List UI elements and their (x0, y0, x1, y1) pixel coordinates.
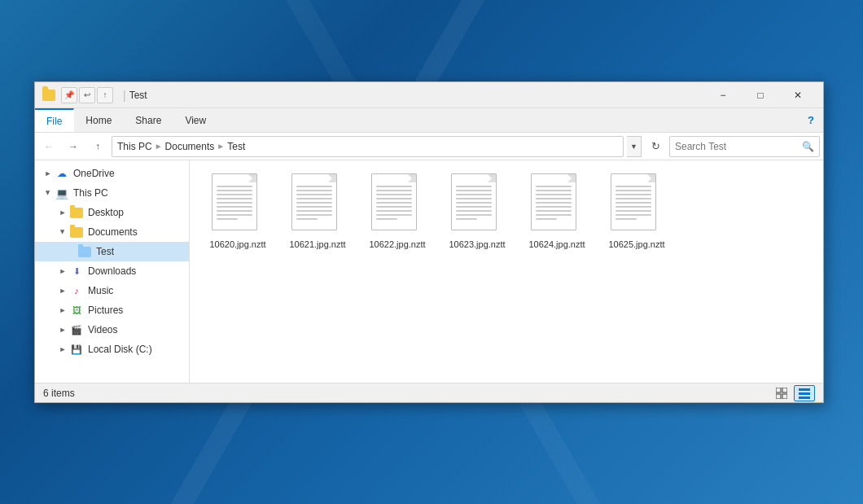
arrow-local-disk: ► (56, 343, 69, 356)
arrow-test (71, 245, 77, 258)
search-icon[interactable]: 🔍 (802, 141, 814, 152)
path-this-pc[interactable]: This PC (117, 141, 152, 152)
view-grid-button[interactable] (771, 385, 792, 401)
sidebar-item-documents[interactable]: ► Documents (35, 222, 189, 242)
sidebar-item-this-pc[interactable]: ► 💻 This PC (35, 183, 189, 203)
tab-home[interactable]: Home (74, 108, 124, 132)
item-count: 6 items (43, 388, 771, 399)
file-item[interactable]: 10622.jpg.nztt (361, 169, 434, 255)
pin-button[interactable]: 📌 (61, 87, 77, 103)
sidebar-item-desktop[interactable]: ► Desktop (35, 203, 189, 222)
up-button[interactable]: ↑ (97, 87, 113, 103)
folder-documents-icon (69, 226, 84, 239)
title-bar: 📌 ↩ ↑ | Test − □ ✕ (35, 82, 823, 108)
title-bar-controls-left: 📌 ↩ ↑ (61, 87, 113, 103)
disk-icon: 💾 (69, 343, 84, 356)
path-documents[interactable]: Documents (165, 141, 215, 152)
folder-music-icon: ♪ (69, 284, 84, 297)
folder-videos-icon: 🎬 (69, 323, 84, 336)
arrow-documents: ► (56, 226, 69, 239)
sidebar-label-pictures: Pictures (88, 305, 123, 316)
sidebar: ► ☁ OneDrive ► 💻 This PC ► Desktop ► Doc… (35, 160, 190, 383)
title-bar-icon (42, 88, 56, 103)
sidebar-item-onedrive[interactable]: ► ☁ OneDrive (35, 164, 189, 183)
svg-rect-3 (782, 394, 787, 399)
path-arrow-2: ► (217, 142, 225, 151)
sidebar-label-local-disk: Local Disk (C:) (88, 344, 152, 355)
sidebar-item-downloads[interactable]: ► ⬇ Downloads (35, 261, 189, 281)
folder-downloads-icon: ⬇ (69, 265, 84, 278)
view-list-button[interactable] (794, 385, 815, 401)
address-path[interactable]: This PC ► Documents ► Test (112, 136, 624, 157)
sidebar-label-this-pc: This PC (73, 187, 108, 199)
sidebar-label-documents: Documents (88, 226, 138, 238)
undo-button[interactable]: ↩ (79, 87, 95, 103)
sidebar-item-pictures[interactable]: ► 🖼 Pictures (35, 300, 189, 320)
svg-rect-0 (776, 388, 781, 392)
svg-rect-1 (782, 388, 787, 392)
maximize-button[interactable]: □ (742, 82, 779, 108)
file-icon (212, 173, 264, 234)
tab-file[interactable]: File (35, 108, 74, 132)
minimize-button[interactable]: − (704, 82, 742, 108)
refresh-button[interactable]: ↻ (645, 136, 666, 157)
close-button[interactable]: ✕ (779, 82, 817, 108)
up-directory-button[interactable]: ↑ (87, 136, 108, 157)
address-dropdown[interactable]: ▼ (627, 136, 642, 157)
main-content: ► ☁ OneDrive ► 💻 This PC ► Desktop ► Doc… (35, 160, 823, 383)
file-name: 10621.jpg.nztt (289, 239, 345, 250)
tab-view[interactable]: View (173, 108, 218, 132)
svg-rect-2 (776, 394, 781, 399)
folder-pictures-icon: 🖼 (69, 304, 84, 317)
arrow-videos: ► (56, 323, 69, 336)
ribbon: File Home Share View ? (35, 108, 823, 133)
onedrive-icon: ☁ (55, 167, 69, 180)
sidebar-item-test[interactable]: Test (35, 242, 189, 261)
grid-icon (776, 388, 787, 399)
file-name: 10623.jpg.nztt (449, 239, 505, 250)
title-bar-sep: | (123, 89, 126, 102)
status-bar: 6 items (35, 383, 823, 402)
tab-share[interactable]: Share (124, 108, 173, 132)
path-test[interactable]: Test (227, 141, 245, 152)
explorer-window: 📌 ↩ ↑ | Test − □ ✕ File Home Share View … (34, 81, 824, 403)
file-name: 10622.jpg.nztt (369, 239, 425, 250)
file-item[interactable]: 10621.jpg.nztt (281, 169, 354, 255)
svg-rect-5 (799, 392, 810, 395)
arrow-this-pc: ► (42, 186, 55, 199)
search-input[interactable] (675, 141, 802, 152)
view-buttons (771, 385, 815, 401)
file-item[interactable]: 10623.jpg.nztt (440, 169, 514, 255)
help-button[interactable]: ? (799, 108, 823, 132)
back-button[interactable]: ← (38, 136, 59, 157)
file-icon (451, 173, 503, 234)
sidebar-item-music[interactable]: ► ♪ Music (35, 281, 189, 300)
file-name: 10624.jpg.nztt (528, 239, 585, 250)
computer-icon: 💻 (55, 186, 69, 199)
search-box[interactable]: 🔍 (669, 136, 820, 157)
sidebar-label-test: Test (96, 246, 114, 257)
file-icon (371, 173, 423, 234)
arrow-downloads: ► (56, 265, 69, 278)
file-item[interactable]: 10625.jpg.nztt (600, 169, 673, 255)
file-icon (531, 173, 583, 234)
folder-icon (42, 90, 55, 101)
svg-rect-4 (799, 388, 810, 391)
forward-button[interactable]: → (63, 136, 84, 157)
list-icon (799, 388, 810, 399)
address-bar: ← → ↑ This PC ► Documents ► Test ▼ ↻ 🔍 (35, 133, 823, 160)
sidebar-item-videos[interactable]: ► 🎬 Videos (35, 320, 189, 340)
file-item[interactable]: 10620.jpg.nztt (201, 169, 274, 255)
sidebar-item-local-disk[interactable]: ► 💾 Local Disk (C:) (35, 340, 189, 359)
file-item[interactable]: 10624.jpg.nztt (520, 169, 594, 255)
sidebar-label-onedrive: OneDrive (73, 168, 115, 179)
window-controls: − □ ✕ (704, 82, 817, 108)
sidebar-label-desktop: Desktop (88, 207, 124, 218)
sidebar-label-downloads: Downloads (88, 265, 136, 277)
path-arrow-1: ► (155, 142, 163, 151)
file-area: 10620.jpg.nztt10621.jpg.nztt10622.jpg.nz… (190, 160, 823, 383)
arrow-desktop: ► (56, 206, 69, 219)
folder-test-icon (77, 245, 92, 258)
svg-rect-6 (799, 397, 810, 399)
sidebar-label-videos: Videos (88, 324, 117, 335)
